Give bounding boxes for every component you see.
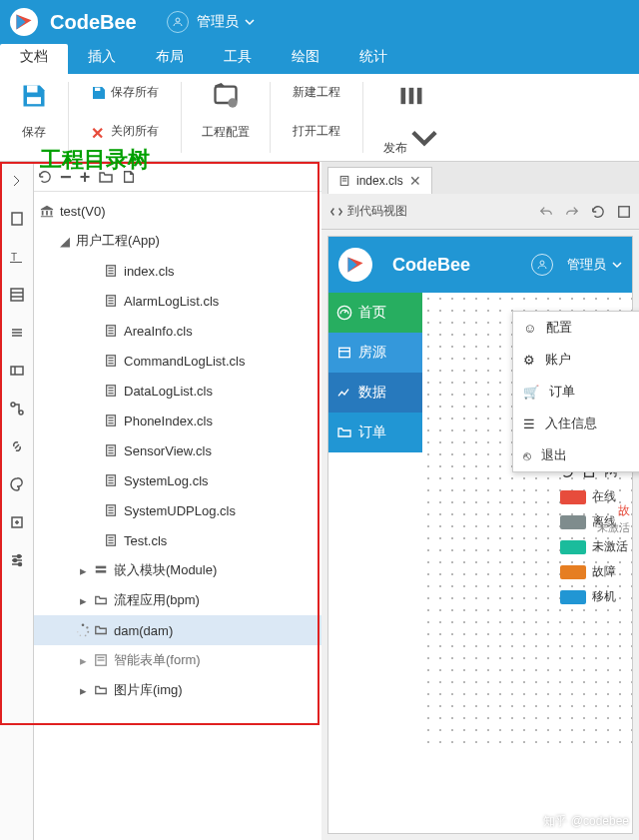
svg-rect-2 <box>27 97 41 104</box>
tree-img-folder[interactable]: ▸ 图片库(img) <box>34 675 321 705</box>
file-icon <box>104 264 118 278</box>
preview-legend: 网 在线离线未激活故障移机 <box>560 462 628 613</box>
menu-order[interactable]: 🛒订单 <box>513 376 639 408</box>
tree-file[interactable]: SystemLog.cls <box>34 465 321 495</box>
legend-row: 故障 <box>560 563 628 580</box>
app-logo <box>10 8 38 36</box>
caret-right-icon: ▸ <box>76 683 90 697</box>
code-view-button[interactable]: 到代码视图 <box>329 203 407 220</box>
close-icon[interactable]: ✕ <box>409 173 421 189</box>
tree-bpm-folder[interactable]: ▸ 流程应用(bpm) <box>34 585 321 615</box>
refresh-icon[interactable] <box>591 205 605 219</box>
publish-button[interactable]: 发布 <box>375 82 446 157</box>
svg-point-20 <box>11 403 15 407</box>
tree-file[interactable]: CommandLogList.cls <box>34 346 321 376</box>
chevron-down-icon <box>612 260 622 270</box>
menu-bar: 文档 插入 布局 工具 绘图 统计 <box>0 44 639 74</box>
annotation-label: 工程目录树 <box>40 145 150 175</box>
side-text-2: 未激活 <box>597 520 630 535</box>
watermark: 知乎 @codebee <box>543 813 629 830</box>
sidebar-palette-icon[interactable] <box>0 465 33 503</box>
menu-config[interactable]: ☺配置 <box>513 312 639 344</box>
folder-icon <box>94 683 108 697</box>
save-button[interactable]: 保存 <box>12 82 56 141</box>
svg-point-71 <box>82 623 85 626</box>
menu-checkin[interactable]: ☰入住信息 <box>513 408 639 439</box>
file-icon <box>104 384 118 398</box>
menu-tab-tools[interactable]: 工具 <box>204 44 272 74</box>
svg-point-73 <box>87 631 89 633</box>
tree-file[interactable]: SensorView.cls <box>34 435 321 465</box>
project-config-button[interactable]: 工程配置 <box>194 82 258 141</box>
open-project-button[interactable]: 打开工程 <box>289 121 344 142</box>
svg-point-76 <box>77 631 78 632</box>
sidebar-lines-icon[interactable] <box>0 314 33 352</box>
tree-file[interactable]: SystemUDPLog.cls <box>34 495 321 525</box>
menu-exit[interactable]: ⎋退出 <box>513 439 639 471</box>
redo-icon[interactable] <box>565 205 579 219</box>
nav-data[interactable]: 数据 <box>328 373 422 413</box>
tree-app-folder[interactable]: ◢ 用户工程(App) <box>34 226 321 256</box>
close-all-button[interactable]: ✕ 关闭所有 <box>87 121 163 142</box>
exit-icon: ⎋ <box>523 448 531 463</box>
tree-file[interactable]: index.cls <box>34 256 321 286</box>
preview-logo <box>338 248 372 282</box>
tree-form-folder[interactable]: ▸ 智能表单(form) <box>34 645 321 675</box>
preview-content[interactable]: ☺配置 ⚙账户 🛒订单 ☰入住信息 ⎋退出 网 在线离线未激活故障移机 <box>422 293 632 752</box>
sidebar-text-icon[interactable]: T <box>0 238 33 276</box>
editor-tab[interactable]: index.cls ✕ <box>327 167 432 194</box>
sidebar-link-icon[interactable] <box>0 427 33 465</box>
sidebar-frame-icon[interactable] <box>0 352 33 390</box>
save-all-button[interactable]: 保存所有 <box>87 82 163 103</box>
user-name[interactable]: 管理员 <box>197 13 239 31</box>
tree-root[interactable]: test(V0) <box>34 196 321 226</box>
user-avatar-icon[interactable] <box>167 11 189 33</box>
menu-tab-insert[interactable]: 插入 <box>68 44 136 74</box>
menu-tab-layout[interactable]: 布局 <box>136 44 204 74</box>
project-tree: test(V0) ◢ 用户工程(App) index.clsAlarmLogLi… <box>34 192 321 709</box>
cart-icon: 🛒 <box>523 385 539 400</box>
svg-point-75 <box>80 634 82 636</box>
chevron-down-icon[interactable] <box>245 15 255 30</box>
svg-point-5 <box>228 98 237 107</box>
save-icon[interactable] <box>617 205 631 219</box>
undo-icon[interactable] <box>539 205 553 219</box>
editor-area: index.cls ✕ 到代码视图 CodeBee <box>321 162 639 840</box>
svg-rect-3 <box>95 87 100 90</box>
preview-body: 首页 房源 数据 订单 <box>328 293 632 752</box>
sidebar-flow-icon[interactable] <box>0 390 33 427</box>
svg-text:T: T <box>11 252 17 263</box>
sidebar-list-icon[interactable] <box>0 276 33 314</box>
menu-tab-doc[interactable]: 文档 <box>0 44 68 74</box>
preview-header: CodeBee 管理员 <box>328 237 632 293</box>
preview-canvas: CodeBee 管理员 首页 房源 <box>327 236 633 834</box>
sidebar-doc-icon[interactable] <box>0 200 33 238</box>
tree-file[interactable]: DataLogList.cls <box>34 376 321 406</box>
menu-tab-stats[interactable]: 统计 <box>339 44 407 74</box>
tree-file[interactable]: AreaInfo.cls <box>34 316 321 346</box>
folder-icon <box>94 593 108 607</box>
left-sidebar: T <box>0 162 34 840</box>
tree-module-folder[interactable]: ▸ 嵌入模块(Module) <box>34 555 321 585</box>
nav-home[interactable]: 首页 <box>328 293 422 333</box>
form-icon <box>94 653 108 667</box>
menu-tab-draw[interactable]: 绘图 <box>272 44 339 74</box>
sidebar-settings-icon[interactable] <box>0 541 33 579</box>
svg-rect-70 <box>96 570 107 573</box>
nav-order[interactable]: 订单 <box>328 413 422 452</box>
menu-account[interactable]: ⚙账户 <box>513 344 639 376</box>
svg-point-26 <box>17 555 20 558</box>
caret-right-icon: ▸ <box>76 593 90 607</box>
tree-dam-folder[interactable]: dam(dam) <box>34 615 321 645</box>
editor-toolbar: 到代码视图 <box>321 194 639 230</box>
tree-file[interactable]: Test.cls <box>34 525 321 555</box>
svg-rect-18 <box>11 367 23 375</box>
tree-file[interactable]: AlarmLogList.cls <box>34 286 321 316</box>
sidebar-expand-icon[interactable] <box>0 162 33 200</box>
preview-user-menu[interactable]: 管理员 <box>531 254 622 276</box>
nav-fang[interactable]: 房源 <box>328 333 422 373</box>
sidebar-expand2-icon[interactable] <box>0 503 33 541</box>
tree-file[interactable]: PhoneIndex.cls <box>34 406 321 435</box>
module-icon <box>94 563 108 577</box>
new-project-button[interactable]: 新建工程 <box>289 82 344 103</box>
